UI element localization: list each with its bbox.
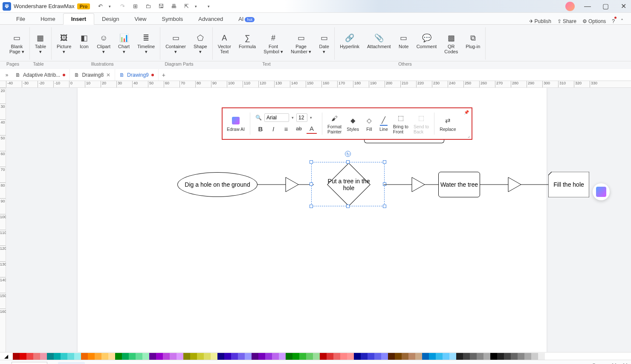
color-swatch[interactable] (136, 353, 142, 360)
color-swatch[interactable] (258, 353, 265, 360)
color-swatch[interactable] (265, 353, 272, 360)
format-painter-button[interactable]: 🖌Format Painter (327, 113, 342, 134)
color-swatch[interactable] (381, 353, 388, 360)
connector[interactable] (384, 183, 412, 188)
close-button[interactable]: ✕ (618, 1, 628, 12)
color-swatch[interactable] (368, 353, 374, 360)
color-swatch[interactable] (204, 353, 211, 360)
ribbon-formula-button[interactable]: ∑Formula (237, 32, 258, 55)
color-swatch[interactable] (347, 353, 354, 360)
color-swatch[interactable] (217, 353, 224, 360)
color-swatch[interactable] (388, 353, 395, 360)
color-swatch[interactable] (211, 353, 217, 360)
color-swatch[interactable] (190, 353, 197, 360)
arrow-triangle[interactable] (508, 177, 522, 192)
shape-rect[interactable]: Water the tree (438, 172, 480, 197)
publish-button[interactable]: ✈Publish (529, 18, 551, 24)
drawing-page[interactable]: 📌 ⌟ Edraw AI 🔍 ▾ ▾ B (78, 88, 547, 352)
ribbon-clipart-button[interactable]: ☺Clipart ▾ (95, 32, 112, 55)
menu-tab-view[interactable]: View (127, 14, 154, 24)
color-swatch[interactable] (142, 353, 149, 360)
ribbon-table-button[interactable]: ▦Table ▾ (33, 32, 48, 55)
user-avatar[interactable] (565, 2, 575, 11)
color-swatch[interactable] (518, 353, 524, 360)
resize-handle-icon[interactable]: ⌟ (468, 133, 470, 138)
font-name-input[interactable] (264, 113, 289, 122)
color-swatch[interactable] (483, 353, 490, 360)
more-button[interactable]: ▾ (204, 2, 213, 11)
ribbon-note-button[interactable]: ▭Note (397, 32, 411, 55)
color-swatch[interactable] (354, 353, 361, 360)
color-swatch[interactable] (545, 353, 552, 360)
color-swatch[interactable] (163, 353, 170, 360)
export-button[interactable]: ⇱ (182, 2, 191, 11)
shape-diamond[interactable]: Put a tree in the hole (314, 162, 384, 207)
color-swatch[interactable] (47, 353, 54, 360)
color-swatch[interactable] (531, 353, 538, 360)
font-color-button[interactable]: A (307, 124, 317, 134)
redo-button[interactable]: ↷ (118, 2, 127, 11)
color-swatch[interactable] (252, 353, 258, 360)
color-swatch[interactable] (224, 353, 231, 360)
rotate-handle[interactable]: ↻ (345, 151, 351, 157)
strikethrough-button[interactable]: ab (294, 124, 304, 134)
color-swatch[interactable] (504, 353, 511, 360)
color-swatch[interactable] (115, 353, 122, 360)
color-swatch[interactable] (170, 353, 177, 360)
color-swatch[interactable] (340, 353, 347, 360)
ribbon-page-button[interactable]: ▭Page Number ▾ (289, 32, 313, 55)
shape-ellipse[interactable]: Dig a hole on the ground (177, 172, 258, 197)
color-swatch[interactable] (313, 353, 320, 360)
color-swatch[interactable] (81, 353, 88, 360)
connector[interactable] (425, 183, 438, 188)
color-swatch[interactable] (108, 353, 115, 360)
menu-tab-insert[interactable]: Insert (63, 13, 94, 25)
color-swatch[interactable] (279, 353, 286, 360)
color-swatch[interactable] (306, 353, 313, 360)
undo-dropdown[interactable]: ▾ (105, 2, 114, 11)
doc-tab-drawing9[interactable]: 🗎Drawing9 (115, 69, 159, 81)
font-dropdown-icon[interactable]: ▾ (292, 116, 294, 120)
fill-button[interactable]: ◇Fill (364, 116, 374, 132)
minimize-button[interactable]: — (582, 1, 593, 12)
color-swatch[interactable] (436, 353, 443, 360)
color-swatch[interactable] (156, 353, 163, 360)
color-swatch[interactable] (292, 353, 299, 360)
tab-close-button[interactable]: ✕ (106, 72, 110, 78)
color-swatch[interactable] (408, 353, 415, 360)
color-swatch[interactable] (286, 353, 292, 360)
color-swatch[interactable] (497, 353, 504, 360)
ribbon-timeline-button[interactable]: ≣Timeline ▾ (136, 32, 156, 55)
menu-tab-home[interactable]: Home (33, 14, 63, 24)
color-swatch[interactable] (456, 353, 463, 360)
menu-tab-symbols[interactable]: Symbols (154, 14, 191, 24)
ribbon-container-button[interactable]: ▭Container ▾ (164, 32, 188, 55)
sel-handle-nw[interactable] (310, 160, 313, 164)
ribbon-qr-button[interactable]: ▩QR Codes (443, 32, 460, 55)
maximize-button[interactable]: ▢ (600, 1, 611, 12)
arrow-triangle[interactable] (286, 177, 299, 192)
menu-tab-ai[interactable]: AIhot (231, 14, 262, 24)
color-swatch[interactable] (449, 353, 456, 360)
export-dropdown[interactable]: ▾ (191, 2, 200, 11)
color-swatch[interactable] (67, 353, 74, 360)
ribbon-comment-button[interactable]: 💬Comment (415, 32, 439, 55)
replace-button[interactable]: ⇄Replace (440, 116, 456, 132)
expand-tabs-button[interactable]: » (3, 72, 11, 78)
connector[interactable] (521, 183, 548, 188)
line-button[interactable]: ╱Line (379, 116, 388, 132)
size-dropdown-icon[interactable]: ▾ (310, 116, 312, 120)
color-swatch[interactable] (177, 353, 183, 360)
color-swatch[interactable] (477, 353, 483, 360)
color-swatch[interactable] (74, 353, 81, 360)
color-swatch[interactable] (327, 353, 333, 360)
add-page-button[interactable]: + (51, 362, 55, 364)
color-swatch[interactable] (524, 353, 531, 360)
sel-handle-n[interactable] (346, 160, 350, 164)
italic-button[interactable]: I (268, 124, 278, 134)
undo-button[interactable]: ↶ (96, 2, 104, 11)
new-doc-button[interactable]: ⊞ (131, 2, 139, 11)
fill-tool-icon[interactable]: ◢ (2, 353, 10, 360)
sel-handle-se[interactable] (383, 205, 386, 208)
bold-button[interactable]: B (255, 124, 266, 134)
